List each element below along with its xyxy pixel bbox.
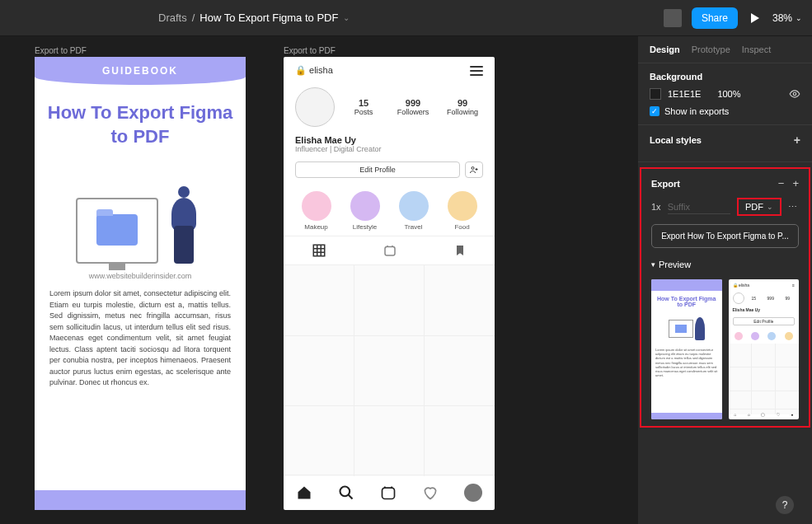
edit-profile-button[interactable]: Edit Profile [295,161,460,178]
stat-following[interactable]: 99Following [442,98,483,116]
highlight-travel[interactable]: Travel [399,191,429,231]
nav-activity[interactable] [422,484,439,501]
tab-inspect[interactable]: Inspect [742,44,771,54]
nav-profile[interactable] [464,484,482,502]
export-previews: How To Export Figma to PDF Lorem ipsum d… [641,273,809,426]
svg-rect-4 [382,488,394,498]
nav-reels[interactable] [380,484,397,501]
share-button[interactable]: Share [692,7,738,29]
svg-point-0 [472,167,474,170]
chevron-down-icon[interactable]: ⌄ [343,13,350,22]
plus-icon[interactable]: + [794,133,800,147]
profile-sub: Influencer | Digital Creator [284,145,495,153]
export-format-select[interactable]: PDF ⌄ [737,198,781,216]
post-cell[interactable] [354,336,425,406]
preview-thumb-2[interactable]: 🔒 elisha≡ 1599999 Elisha Mae Uy Edit Pro… [729,279,800,419]
background-title: Background [650,72,800,82]
guidebook-footer [35,490,246,510]
post-cell[interactable] [354,406,425,476]
highlight-lifestyle[interactable]: Lifestyle [350,191,380,231]
post-cell[interactable] [284,265,354,335]
search-icon [338,484,354,501]
preview-thumb-1[interactable]: How To Export Figma to PDF Lorem ipsum d… [651,279,722,419]
panel-tabs: Design Prototype Inspect [638,36,812,63]
reels-icon [383,243,397,258]
post-cell[interactable] [425,265,495,335]
more-options-icon[interactable]: ⋯ [788,202,799,213]
highlight-makeup[interactable]: Makeup [302,191,331,231]
nav-search[interactable] [338,484,354,501]
zoom-control[interactable]: 38%⌄ [772,12,802,24]
highlight-food[interactable]: Food [448,191,477,231]
frame-guidebook[interactable]: GUIDEBOOK How To Export Figma to PDF www… [35,57,246,510]
lock-username: 🔒 elisha [295,65,333,76]
export-scale[interactable]: 1x [651,202,661,212]
stat-posts[interactable]: 15Posts [343,98,384,116]
guidebook-header: GUIDEBOOK [35,57,246,85]
plus-icon[interactable]: + [792,177,799,189]
show-in-exports-row[interactable]: ✓ Show in exports [650,106,800,116]
bg-swatch[interactable] [650,88,661,100]
guidebook-illustration [35,157,246,264]
heart-icon [422,484,439,501]
checkbox-checked-icon[interactable]: ✓ [650,106,659,116]
grid-icon [312,243,326,258]
export-suffix-input[interactable]: Suffix [668,200,730,214]
local-styles-section: Local styles + [638,125,812,162]
tab-prototype[interactable]: Prototype [692,44,730,54]
guidebook-url: www.websitebuilderinsider.com [35,272,246,280]
nav-home[interactable] [296,484,312,501]
guidebook-title: How To Export Figma to PDF [43,101,237,148]
export-section-highlight: Export − + 1x Suffix PDF ⌄ ⋯ Export How … [640,167,810,428]
home-icon [296,484,312,501]
post-cell[interactable] [425,336,495,406]
breadcrumb-sep: / [192,12,195,24]
breadcrumb-root[interactable]: Drafts [158,12,187,24]
bookmark-icon [453,243,467,258]
present-icon[interactable] [751,13,759,23]
chevron-down-icon: ⌄ [796,14,802,22]
svg-point-5 [793,92,796,96]
bg-hex[interactable]: 1E1E1E [668,89,701,99]
tab-grid[interactable] [312,243,326,258]
post-cell[interactable] [425,406,495,476]
profile-avatar[interactable] [295,87,335,127]
frame-profile[interactable]: 🔒 elisha 15Posts 999Followers 99Followin… [284,57,495,510]
avatar[interactable] [664,9,682,27]
tab-design[interactable]: Design [650,44,680,54]
stat-followers[interactable]: 999Followers [392,98,434,116]
svg-rect-2 [385,247,395,256]
post-cell[interactable] [354,265,425,335]
guidebook-body-text: Lorem ipsum dolor sit amet, consectetur … [35,285,246,392]
preview-label: Preview [659,260,691,269]
background-section: Background 1E1E1E 100% ✓ Show in exports [638,63,812,125]
export-title: Export [651,179,680,189]
monitor-icon [76,198,158,264]
breadcrumb: Drafts / How To Export Figma to PDF ⌄ [158,12,350,24]
post-cell[interactable] [284,406,354,476]
bg-opacity[interactable]: 100% [717,89,740,99]
hamburger-icon[interactable] [470,66,483,76]
tab-reels[interactable] [383,243,397,258]
posts-grid [284,265,495,476]
add-user-button[interactable] [465,161,483,178]
reels-nav-icon [380,484,397,501]
design-panel: Design Prototype Inspect Background 1E1E… [638,36,812,524]
eye-icon[interactable] [789,88,800,100]
canvas[interactable]: Export to PDF Export to PDF GUIDEBOOK Ho… [0,36,638,524]
tab-tagged[interactable] [453,243,467,258]
frame-label-2[interactable]: Export to PDF [284,46,336,55]
svg-point-3 [340,487,350,497]
export-button[interactable]: Export How To Export Figma to P... [651,224,799,248]
chevron-down-icon: ⌄ [767,203,773,211]
caret-down-icon[interactable]: ▾ [651,260,655,269]
breadcrumb-file[interactable]: How To Export Figma to PDF [199,12,338,24]
post-cell[interactable] [284,336,354,406]
help-button[interactable]: ? [776,496,794,514]
profile-circle-icon [464,484,482,502]
minus-icon[interactable]: − [778,177,785,189]
profile-name: Elisha Mae Uy [284,130,495,145]
local-styles-title: Local styles [650,135,702,145]
lock-icon: 🔒 [295,65,307,75]
frame-label-1[interactable]: Export to PDF [35,46,87,55]
